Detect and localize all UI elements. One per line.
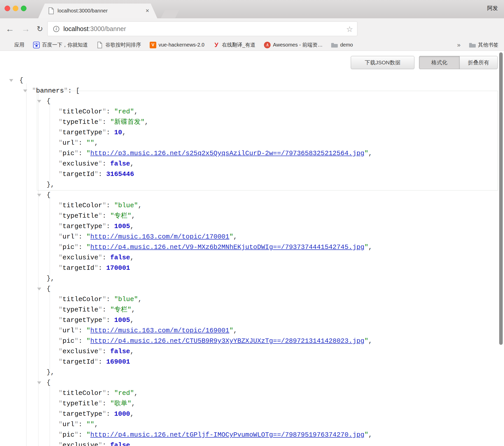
json-link[interactable]: http://music.163.com/m/topic/169001	[90, 327, 229, 334]
baidu-icon	[33, 42, 40, 48]
json-line: {	[0, 378, 504, 388]
collapse-all-button[interactable]: 折叠所有	[459, 56, 498, 69]
bookmarks-overflow-chevron[interactable]: »	[457, 41, 460, 49]
new-tab-button[interactable]	[161, 10, 179, 18]
url-text[interactable]: localhost:3000/banner	[63, 25, 126, 33]
bookmarks-bar: 应用 百度一下，你就知道谷歌按时间排序Vvue-hackernews-2.0У在…	[0, 39, 504, 51]
tab-close-icon[interactable]: ×	[146, 7, 149, 14]
json-line: {	[0, 96, 504, 107]
json-line: "pic": "http://p4.music.126.net/tGPljf-I…	[0, 430, 504, 440]
json-line: "targetId": 170001	[0, 263, 504, 273]
json-tree: {"banners": [{"titleColor": "red","typeT…	[0, 75, 504, 446]
bookmark-star-icon[interactable]: ☆	[346, 25, 353, 34]
bookmark-label: vue-hackernews-2.0	[159, 42, 204, 48]
json-line: "exclusive": false,	[0, 346, 504, 357]
youdao-icon: У	[213, 42, 220, 48]
profile-name: 阿发	[487, 5, 498, 12]
json-line: "url": "",	[0, 419, 504, 430]
download-json-button[interactable]: 下载JSON数据	[351, 56, 414, 69]
collapse-toggle-icon[interactable]	[9, 79, 13, 82]
fullscreen-window-button[interactable]	[21, 6, 26, 11]
bookmarks-list: 百度一下，你就知道谷歌按时间排序Vvue-hackernews-2.0У在线翻译…	[33, 41, 353, 48]
other-bookmarks-label: 其他书签	[478, 41, 498, 48]
apps-label: 应用	[14, 41, 24, 48]
back-icon[interactable]: ←	[6, 18, 14, 39]
json-line: },	[0, 180, 504, 190]
json-line: {	[0, 284, 504, 294]
vue-icon: V	[150, 42, 156, 48]
bookmark-label: Awesomes - 前端资…	[273, 41, 323, 48]
json-line: "targetId": 169001	[0, 357, 504, 367]
json-line: },	[0, 367, 504, 378]
json-line: "typeTitle": "新碟首发",	[0, 117, 504, 127]
format-button[interactable]: 格式化	[419, 56, 460, 69]
json-line: "banners": [	[0, 86, 504, 96]
page-info-icon[interactable]: i	[53, 26, 59, 32]
json-line: "targetType": 10,	[0, 127, 504, 138]
json-line: "exclusive": false,	[0, 440, 504, 446]
json-line: {	[0, 190, 504, 200]
json-line: "url": "",	[0, 138, 504, 148]
minimize-window-button[interactable]	[13, 6, 18, 11]
bookmark-label: demo	[340, 42, 353, 48]
bookmark-item[interactable]: 谷歌按时间排序	[96, 41, 141, 48]
awesomes-icon: A	[264, 42, 271, 48]
json-line: "targetId": 3165446	[0, 169, 504, 180]
folder-icon	[469, 42, 476, 48]
json-line: "exclusive": false,	[0, 252, 504, 263]
bookmark-label: 在线翻译_有道	[222, 41, 255, 48]
json-line: "targetType": 1005,	[0, 315, 504, 325]
apps-grid-icon	[6, 42, 12, 48]
json-line: "targetType": 1005,	[0, 221, 504, 232]
view-mode-group: 格式化 折叠所有	[419, 56, 498, 69]
json-line: "targetType": 1000,	[0, 409, 504, 419]
other-bookmarks-folder[interactable]: 其他书签	[469, 41, 498, 48]
tab-bar: localhost:3000/banner × 阿发	[0, 0, 504, 18]
json-line: "typeTitle": "专栏",	[0, 305, 504, 315]
json-line: },	[0, 273, 504, 284]
json-link[interactable]: http://music.163.com/m/topic/170001	[90, 233, 229, 241]
json-link[interactable]: http://p4.music.126.net/V9-MXz6b2MNhEKju…	[90, 243, 365, 251]
collapse-toggle-icon[interactable]	[23, 90, 27, 92]
json-line: "pic": "http://p4.music.126.net/V9-MXz6b…	[0, 242, 504, 252]
tab-title: localhost:3000/banner	[58, 8, 108, 14]
bookmark-label: 谷歌按时间排序	[105, 41, 141, 48]
json-line: "typeTitle": "专栏",	[0, 211, 504, 221]
json-link[interactable]: http://p4.music.126.net/CTU5B9R9y3XyYBZX…	[90, 337, 365, 345]
json-line: "pic": "http://p4.music.126.net/CTU5B9R9…	[0, 336, 504, 346]
browser-toolbar: ← → ↻ i localhost:3000/banner ☆ V英FET▶▶«…	[0, 18, 504, 39]
window-controls	[5, 6, 30, 11]
page-icon	[48, 7, 54, 15]
bookmark-item[interactable]: 百度一下，你就知道	[33, 41, 88, 48]
apps-shortcut[interactable]: 应用	[6, 41, 24, 48]
page-content: 下载JSON数据 格式化 折叠所有 {"banners": [{"titleCo…	[0, 51, 504, 446]
bookmark-item[interactable]: У在线翻译_有道	[213, 41, 255, 48]
json-line: "url": "http://music.163.com/m/topic/169…	[0, 325, 504, 336]
close-window-button[interactable]	[5, 6, 10, 11]
address-bar[interactable]: i localhost:3000/banner ☆	[47, 21, 357, 36]
json-line: {	[0, 75, 504, 86]
collapse-toggle-icon[interactable]	[37, 194, 41, 197]
json-line: "url": "http://music.163.com/m/topic/170…	[0, 232, 504, 242]
vertical-scrollbar-thumb[interactable]	[499, 52, 503, 345]
json-line: "titleColor": "blue",	[0, 294, 504, 305]
json-link[interactable]: http://p3.music.126.net/s25q2x5QyqsAzilC…	[90, 150, 365, 157]
page-icon	[96, 42, 103, 48]
bookmark-item[interactable]: AAwesomes - 前端资…	[264, 41, 323, 48]
json-line: "titleColor": "red",	[0, 388, 504, 398]
forward-icon[interactable]: →	[21, 18, 30, 39]
bookmark-item[interactable]: Vvue-hackernews-2.0	[150, 42, 204, 48]
collapse-toggle-icon[interactable]	[37, 100, 41, 103]
json-line: "pic": "http://p3.music.126.net/s25q2x5Q…	[0, 148, 504, 159]
json-line: "titleColor": "blue",	[0, 200, 504, 211]
json-link[interactable]: http://p4.music.126.net/tGPljf-IMOCyPvum…	[90, 431, 365, 439]
collapse-toggle-icon[interactable]	[37, 288, 41, 290]
collapse-toggle-icon[interactable]	[37, 381, 41, 384]
bookmark-item[interactable]: demo	[331, 42, 353, 48]
browser-tab[interactable]: localhost:3000/banner ×	[38, 4, 157, 18]
json-line: "typeTitle": "歌单",	[0, 398, 504, 409]
json-line: "exclusive": false,	[0, 159, 504, 169]
folder-icon	[331, 42, 338, 48]
reload-icon[interactable]: ↻	[37, 18, 43, 39]
bookmark-label: 百度一下，你就知道	[42, 41, 88, 48]
